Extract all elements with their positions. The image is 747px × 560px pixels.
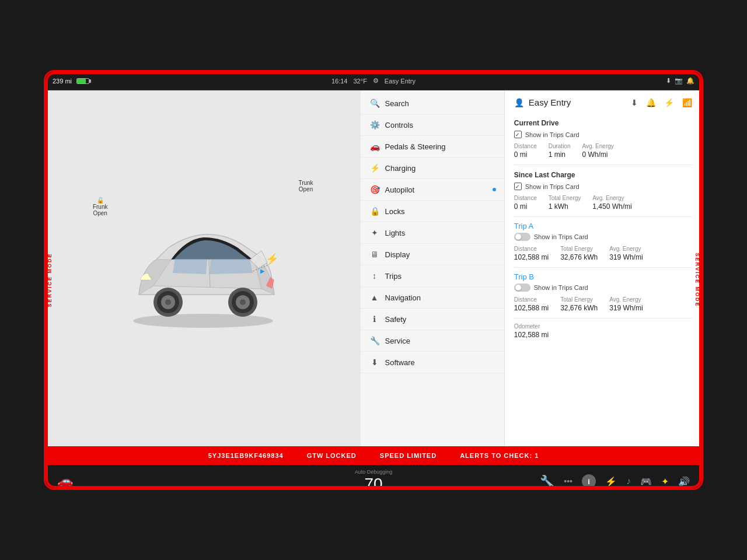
divider-1 xyxy=(514,164,692,165)
trip-b-energy-value: 32,676 kWh xyxy=(560,304,598,312)
menu-navigation-label: Navigation xyxy=(385,293,421,302)
download-icon[interactable]: ⬇ xyxy=(666,77,671,85)
trip-a-energy-label: Total Energy xyxy=(560,246,598,252)
person-icon: 👤 xyxy=(514,98,524,107)
menu-locks-label: Locks xyxy=(385,207,405,216)
star-icon[interactable]: ✦ xyxy=(661,476,669,487)
car-visualization: ⚡ ▶ xyxy=(110,204,296,332)
menu-item-autopilot[interactable]: 🎯 Autopilot xyxy=(361,179,504,201)
since-last-charge-stats: Distance 0 mi Total Energy 1 kWh Avg. En… xyxy=(514,195,692,211)
menu-charging-label: Charging xyxy=(385,164,416,173)
wrench-icon[interactable]: 🔧 xyxy=(540,474,554,488)
svg-text:▶: ▶ xyxy=(260,268,265,274)
trip-a-avg-value: 319 Wh/mi xyxy=(609,253,643,261)
trip-a-toggle[interactable] xyxy=(514,233,530,241)
menu-pedals-label: Pedals & Steering xyxy=(385,142,446,151)
menu-item-trips[interactable]: ↕ Trips xyxy=(361,265,504,287)
trunk-label: Trunk Open xyxy=(298,180,313,192)
divider-4 xyxy=(514,318,692,318)
current-drive-distance-label: Distance xyxy=(514,143,537,149)
bluetooth-header-icon[interactable]: ⚡ xyxy=(664,98,674,107)
divider-2 xyxy=(514,216,692,217)
since-last-charge-header: Since Last Charge xyxy=(514,171,692,179)
alerts-count: ALERTS TO CHECK: 1 xyxy=(460,452,539,459)
menu-search-label: Search xyxy=(385,99,409,108)
current-drive-checkbox-mark: ✓ xyxy=(514,131,522,138)
current-drive-energy-value: 0 Wh/mi xyxy=(582,150,614,159)
trip-a-toggle-knob xyxy=(515,234,521,240)
safety-icon: ℹ xyxy=(370,314,379,324)
clock-display: 16:14 xyxy=(331,78,348,85)
slc-energy-label: Total Energy xyxy=(549,195,581,201)
profile-name: Easy Entry xyxy=(385,78,416,85)
game-icon[interactable]: 🎮 xyxy=(640,476,652,487)
ellipsis-icon[interactable]: ••• xyxy=(564,477,573,486)
trip-b-toggle[interactable] xyxy=(514,284,530,292)
current-drive-distance: Distance 0 mi xyxy=(514,143,537,159)
navigation-icon: ▲ xyxy=(370,293,379,302)
slc-distance-label: Distance xyxy=(514,195,537,201)
menu-item-safety[interactable]: ℹ Safety xyxy=(361,309,504,330)
current-drive-trips-checkbox[interactable]: ✓ Show in Trips Card xyxy=(514,131,692,138)
menu-item-search[interactable]: 🔍 Search xyxy=(361,93,504,114)
trip-b-checkbox-row[interactable]: Show in Trips Card xyxy=(514,284,692,292)
taskbar: 🚗 Auto Debugging 70 🔧 ••• i ⚡ ♪ 🎮 ✦ 🔊 xyxy=(46,465,701,490)
slc-distance-value: 0 mi xyxy=(514,202,537,211)
menu-item-lights[interactable]: ✦ Lights xyxy=(361,222,504,244)
frunk-title: Frunk xyxy=(93,204,108,210)
car-taskbar-icon[interactable]: 🚗 xyxy=(57,474,73,489)
menu-display-label: Display xyxy=(385,250,410,259)
trips-title: Easy Entry xyxy=(529,97,571,107)
menu-item-pedals[interactable]: 🚗 Pedals & Steering xyxy=(361,136,504,158)
slc-energy-value: 1 kWh xyxy=(549,202,581,211)
menu-item-software[interactable]: ⬇ Software xyxy=(361,352,504,373)
taskbar-center: Auto Debugging 70 xyxy=(355,469,393,490)
menu-autopilot-label: Autopilot xyxy=(385,186,415,194)
since-last-charge-checkbox-row[interactable]: ✓ Show in Trips Card xyxy=(514,183,692,190)
current-drive-energy: Avg. Energy 0 Wh/mi xyxy=(582,143,614,159)
main-content: 🔓 Frunk Open Trunk Open xyxy=(46,90,701,446)
notification-icon[interactable]: 🔔 xyxy=(686,77,694,85)
trip-a-checkbox-row[interactable]: Show in Trips Card xyxy=(514,233,692,241)
frunk-lock-icon: 🔓 xyxy=(97,197,104,204)
trip-a-distance: Distance 102,588 mi xyxy=(514,246,549,261)
trip-b-stats: Distance 102,588 mi Total Energy 32,676 … xyxy=(514,296,692,312)
trip-b-energy-label: Total Energy xyxy=(560,296,598,303)
menu-item-locks[interactable]: 🔒 Locks xyxy=(361,201,504,222)
trips-panel: 👤 Easy Entry ⬇ 🔔 ⚡ 📶 Current Drive ✓ Sho… xyxy=(505,90,701,446)
spotify-icon[interactable]: ♪ xyxy=(626,476,631,487)
menu-item-navigation[interactable]: ▲ Navigation xyxy=(361,287,504,309)
lights-icon: ✦ xyxy=(370,228,379,237)
menu-item-controls[interactable]: ⚙️ Controls xyxy=(361,114,504,136)
trips-header: 👤 Easy Entry ⬇ 🔔 ⚡ 📶 xyxy=(514,97,692,112)
bell-header-icon[interactable]: 🔔 xyxy=(646,98,656,107)
svg-point-0 xyxy=(133,314,273,328)
menu-safety-label: Safety xyxy=(385,315,407,324)
slc-distance: Distance 0 mi xyxy=(514,195,537,211)
trip-a-avg-energy: Avg. Energy 319 Wh/mi xyxy=(609,246,643,261)
menu-item-service[interactable]: 🔧 Service xyxy=(361,330,504,352)
trip-b-energy: Total Energy 32,676 kWh xyxy=(560,296,598,312)
frunk-status: Open xyxy=(93,210,107,216)
odometer-row: Odometer 102,588 mi xyxy=(514,323,692,345)
trip-b-avg-label: Avg. Energy xyxy=(609,296,643,303)
menu-lights-label: Lights xyxy=(385,229,406,237)
info-icon[interactable]: i xyxy=(582,474,596,488)
auto-debugging-label: Auto Debugging xyxy=(355,469,393,475)
trips-header-icons: ⬇ 🔔 ⚡ 📶 xyxy=(631,98,692,107)
current-drive-energy-label: Avg. Energy xyxy=(582,143,614,149)
menu-controls-label: Controls xyxy=(385,121,413,130)
volume-icon[interactable]: 🔊 xyxy=(678,476,690,487)
trunk-title: Trunk xyxy=(298,180,313,186)
battery-indicator xyxy=(76,78,89,84)
slc-avg-label: Avg. Energy xyxy=(592,195,631,201)
download-header-icon[interactable]: ⬇ xyxy=(631,98,638,107)
bluetooth-icon[interactable]: ⚡ xyxy=(605,476,617,487)
current-drive-distance-value: 0 mi xyxy=(514,150,537,159)
current-drive-trips-label: Show in Trips Card xyxy=(525,131,580,138)
range-display: 239 mi xyxy=(53,78,72,85)
slc-avg-value: 1,450 Wh/mi xyxy=(592,202,631,211)
menu-item-charging[interactable]: ⚡ Charging xyxy=(361,158,504,179)
since-last-charge-label: Show in Trips Card xyxy=(525,183,580,190)
menu-item-display[interactable]: 🖥 Display xyxy=(361,244,504,265)
